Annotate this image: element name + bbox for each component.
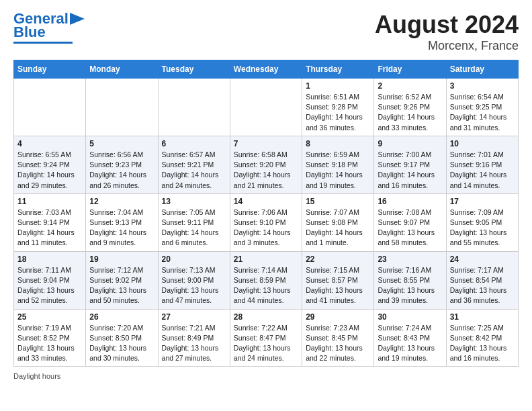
- day-info: Sunrise: 6:58 AMSunset: 9:20 PMDaylight:…: [234, 150, 298, 191]
- calendar-cell: 31Sunrise: 7:25 AMSunset: 8:42 PMDayligh…: [446, 309, 518, 367]
- day-number: 14: [234, 197, 298, 206]
- day-info: Sunrise: 7:04 AMSunset: 9:13 PMDaylight:…: [89, 208, 154, 248]
- calendar-cell: 8Sunrise: 6:59 AMSunset: 9:18 PMDaylight…: [302, 136, 374, 193]
- calendar-cell: 27Sunrise: 7:21 AMSunset: 8:49 PMDayligh…: [158, 309, 230, 367]
- day-info: Sunrise: 7:03 AMSunset: 9:14 PMDaylight:…: [17, 208, 82, 248]
- week-row-2: 11Sunrise: 7:03 AMSunset: 9:14 PMDayligh…: [14, 193, 519, 251]
- calendar-cell: 30Sunrise: 7:24 AMSunset: 8:43 PMDayligh…: [374, 309, 446, 367]
- week-row-3: 18Sunrise: 7:11 AMSunset: 9:04 PMDayligh…: [14, 251, 519, 309]
- day-info: Sunrise: 7:21 AMSunset: 8:49 PMDaylight:…: [162, 323, 226, 364]
- header-thursday: Thursday: [302, 60, 374, 79]
- day-number: 23: [378, 255, 442, 264]
- day-number: 8: [306, 139, 370, 148]
- calendar-cell: [14, 79, 86, 136]
- header-sunday: Sunday: [14, 60, 86, 79]
- calendar-cell: 3Sunrise: 6:54 AMSunset: 9:25 PMDaylight…: [446, 79, 518, 136]
- day-info: Sunrise: 7:07 AMSunset: 9:08 PMDaylight:…: [306, 208, 370, 248]
- header-saturday: Saturday: [446, 60, 518, 79]
- calendar-cell: 26Sunrise: 7:20 AMSunset: 8:50 PMDayligh…: [86, 309, 158, 367]
- day-number: 22: [306, 255, 370, 264]
- day-info: Sunrise: 7:24 AMSunset: 8:43 PMDaylight:…: [378, 323, 442, 364]
- day-number: 11: [17, 197, 82, 206]
- day-info: Sunrise: 7:16 AMSunset: 8:55 PMDaylight:…: [378, 265, 442, 306]
- footer-text: Daylight hours: [13, 372, 519, 380]
- day-number: 3: [450, 81, 515, 91]
- calendar-cell: 5Sunrise: 6:56 AMSunset: 9:23 PMDaylight…: [86, 136, 158, 193]
- day-info: Sunrise: 7:14 AMSunset: 8:59 PMDaylight:…: [234, 265, 298, 306]
- calendar-cell: 29Sunrise: 7:23 AMSunset: 8:45 PMDayligh…: [302, 309, 374, 367]
- day-info: Sunrise: 7:06 AMSunset: 9:10 PMDaylight:…: [234, 208, 298, 248]
- calendar-cell: 12Sunrise: 7:04 AMSunset: 9:13 PMDayligh…: [86, 193, 158, 251]
- page-subtitle: Morcenx, France: [375, 39, 519, 53]
- week-row-1: 4Sunrise: 6:55 AMSunset: 9:24 PMDaylight…: [14, 136, 519, 193]
- calendar-cell: 18Sunrise: 7:11 AMSunset: 9:04 PMDayligh…: [14, 251, 86, 309]
- day-number: 25: [17, 312, 82, 322]
- day-info: Sunrise: 6:52 AMSunset: 9:26 PMDaylight:…: [378, 92, 442, 133]
- svg-marker-0: [70, 13, 85, 25]
- day-number: 30: [378, 312, 442, 322]
- header-row: SundayMondayTuesdayWednesdayThursdayFrid…: [14, 60, 519, 79]
- calendar-cell: 13Sunrise: 7:05 AMSunset: 9:11 PMDayligh…: [158, 193, 230, 251]
- day-info: Sunrise: 6:56 AMSunset: 9:23 PMDaylight:…: [89, 150, 154, 191]
- page-header: General Blue August 2024 Morcenx, France: [13, 11, 519, 53]
- calendar-cell: [230, 79, 302, 136]
- day-number: 2: [378, 81, 442, 91]
- calendar-cell: 14Sunrise: 7:06 AMSunset: 9:10 PMDayligh…: [230, 193, 302, 251]
- week-row-4: 25Sunrise: 7:19 AMSunset: 8:52 PMDayligh…: [14, 309, 519, 367]
- logo-blue-text: Blue: [13, 24, 46, 40]
- day-number: 24: [450, 255, 515, 264]
- day-info: Sunrise: 7:15 AMSunset: 8:57 PMDaylight:…: [306, 265, 370, 306]
- calendar-cell: 22Sunrise: 7:15 AMSunset: 8:57 PMDayligh…: [302, 251, 374, 309]
- day-number: 17: [450, 197, 515, 206]
- calendar-table: SundayMondayTuesdayWednesdayThursdayFrid…: [13, 60, 519, 367]
- day-info: Sunrise: 6:55 AMSunset: 9:24 PMDaylight:…: [17, 150, 82, 191]
- calendar-cell: 15Sunrise: 7:07 AMSunset: 9:08 PMDayligh…: [302, 193, 374, 251]
- logo-arrow-icon: [70, 13, 85, 25]
- day-number: 26: [89, 312, 154, 322]
- day-info: Sunrise: 7:17 AMSunset: 8:54 PMDaylight:…: [450, 265, 515, 306]
- calendar-cell: 4Sunrise: 6:55 AMSunset: 9:24 PMDaylight…: [14, 136, 86, 193]
- calendar-cell: 7Sunrise: 6:58 AMSunset: 9:20 PMDaylight…: [230, 136, 302, 193]
- day-info: Sunrise: 7:23 AMSunset: 8:45 PMDaylight:…: [306, 323, 370, 364]
- day-info: Sunrise: 7:12 AMSunset: 9:02 PMDaylight:…: [89, 265, 154, 306]
- day-number: 27: [162, 312, 226, 322]
- day-number: 21: [234, 255, 298, 264]
- calendar-cell: 16Sunrise: 7:08 AMSunset: 9:07 PMDayligh…: [374, 193, 446, 251]
- page-title: August 2024: [375, 11, 519, 39]
- logo-underline: [13, 42, 73, 44]
- calendar-cell: [86, 79, 158, 136]
- day-number: 10: [450, 139, 515, 148]
- day-info: Sunrise: 7:19 AMSunset: 8:52 PMDaylight:…: [17, 323, 82, 364]
- day-number: 6: [162, 139, 226, 148]
- header-friday: Friday: [374, 60, 446, 79]
- day-info: Sunrise: 7:00 AMSunset: 9:17 PMDaylight:…: [378, 150, 442, 191]
- calendar-cell: 2Sunrise: 6:52 AMSunset: 9:26 PMDaylight…: [374, 79, 446, 136]
- calendar-cell: 17Sunrise: 7:09 AMSunset: 9:05 PMDayligh…: [446, 193, 518, 251]
- day-info: Sunrise: 7:22 AMSunset: 8:47 PMDaylight:…: [234, 323, 298, 364]
- day-number: 4: [17, 139, 82, 148]
- header-wednesday: Wednesday: [230, 60, 302, 79]
- calendar-cell: 19Sunrise: 7:12 AMSunset: 9:02 PMDayligh…: [86, 251, 158, 309]
- day-info: Sunrise: 7:05 AMSunset: 9:11 PMDaylight:…: [162, 208, 226, 248]
- day-info: Sunrise: 7:20 AMSunset: 8:50 PMDaylight:…: [89, 323, 154, 364]
- day-number: 5: [89, 139, 154, 148]
- calendar-cell: 1Sunrise: 6:51 AMSunset: 9:28 PMDaylight…: [302, 79, 374, 136]
- day-number: 31: [450, 312, 515, 322]
- header-monday: Monday: [86, 60, 158, 79]
- day-info: Sunrise: 6:57 AMSunset: 9:21 PMDaylight:…: [162, 150, 226, 191]
- day-number: 28: [234, 312, 298, 322]
- day-number: 7: [234, 139, 298, 148]
- calendar-cell: 11Sunrise: 7:03 AMSunset: 9:14 PMDayligh…: [14, 193, 86, 251]
- day-info: Sunrise: 7:01 AMSunset: 9:16 PMDaylight:…: [450, 150, 515, 191]
- day-info: Sunrise: 7:13 AMSunset: 9:00 PMDaylight:…: [162, 265, 226, 306]
- calendar-cell: 10Sunrise: 7:01 AMSunset: 9:16 PMDayligh…: [446, 136, 518, 193]
- calendar-cell: 28Sunrise: 7:22 AMSunset: 8:47 PMDayligh…: [230, 309, 302, 367]
- day-number: 9: [378, 139, 442, 148]
- day-number: 1: [306, 81, 370, 91]
- day-number: 13: [162, 197, 226, 206]
- calendar-cell: 6Sunrise: 6:57 AMSunset: 9:21 PMDaylight…: [158, 136, 230, 193]
- header-tuesday: Tuesday: [158, 60, 230, 79]
- logo: General Blue: [13, 11, 85, 44]
- day-info: Sunrise: 6:59 AMSunset: 9:18 PMDaylight:…: [306, 150, 370, 191]
- day-number: 29: [306, 312, 370, 322]
